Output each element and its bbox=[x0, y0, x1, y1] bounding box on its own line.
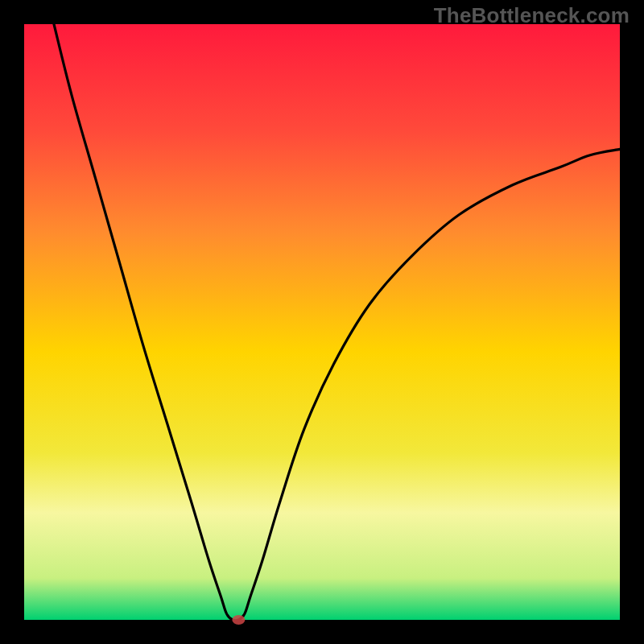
optimum-marker bbox=[232, 615, 245, 625]
chart-frame: TheBottleneck.com bbox=[0, 0, 644, 644]
plot-background bbox=[24, 24, 620, 620]
bottleneck-chart bbox=[0, 0, 644, 644]
